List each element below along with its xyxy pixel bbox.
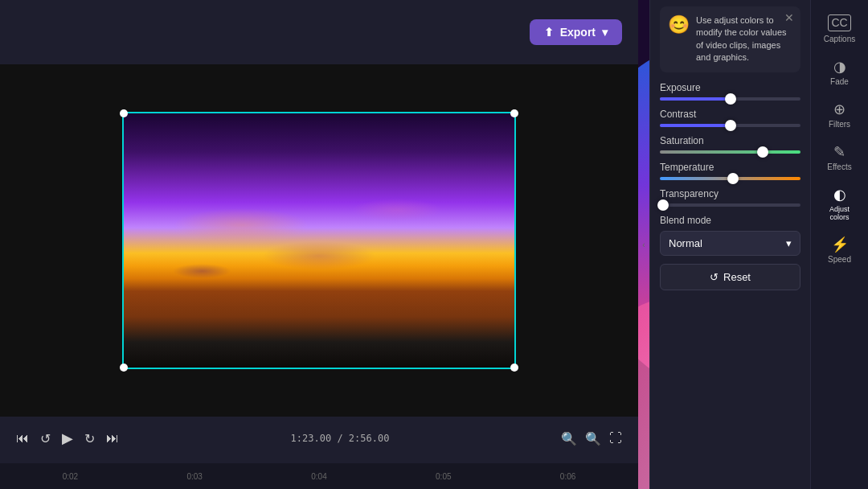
adjust-icon: ◐ [833,187,846,202]
expand-handle[interactable]: ‹ [638,0,649,489]
contrast-fill [660,124,731,127]
control-buttons: ⏮ ↺ ▶ ↻ ⏭ [16,429,119,447]
resize-handle-tr[interactable] [510,109,518,117]
timeline-markers: 0:02 0:03 0:04 0:05 0:06 [0,472,638,481]
saturation-thumb[interactable] [757,146,768,158]
time-separator: / [337,433,348,444]
timeline-marker-0: 0:02 [8,472,133,481]
fade-icon: ◑ [833,60,846,74]
transparency-thumb[interactable] [657,199,669,211]
reset-icon: ↺ [710,271,719,283]
adjust-label: Adjustcolors [829,205,850,221]
temperature-label: Temperature [660,162,800,173]
sidebar-item-filters[interactable]: ⊕ Filters [811,94,868,137]
sidebar-item-speed[interactable]: ⚡ Speed [811,229,868,272]
filters-icon: ⊕ [833,102,845,117]
video-clouds-overlay [124,164,514,317]
time-display: 1:23.00 / 2:56.00 [291,433,390,444]
info-box: 😊 Use adjust colors to modify the color … [660,6,800,72]
timeline-marker-4: 0:06 [506,472,630,481]
blend-mode-label: Blend mode [660,215,800,226]
right-section: ‹ 😊 Use adjust colors to modify the colo… [638,0,868,489]
export-chevron-icon: ▾ [602,26,608,39]
fade-label: Fade [830,77,849,86]
contrast-slider[interactable] [660,124,800,127]
captions-icon: CC [828,14,850,31]
export-upload-icon: ⬆ [544,26,554,39]
timeline-marker-3: 0:05 [381,472,506,481]
controls-row: ⏮ ↺ ▶ ↻ ⏭ 1:23.00 / 2:56.00 🔍 🔍 ⛶ [0,429,638,447]
exposure-label: Exposure [660,82,800,93]
playback-controls: ⏮ ↺ ▶ ↻ ⏭ 1:23.00 / 2:56.00 🔍 🔍 ⛶ [0,417,638,463]
blend-mode-select[interactable]: Normal ▾ [660,231,800,256]
info-close-button[interactable]: ✕ [784,11,794,24]
sidebar-item-adjust[interactable]: ◐ Adjustcolors [811,179,868,229]
sidebar-item-effects[interactable]: ✎ Effects [811,137,868,179]
export-label: Export [560,26,596,39]
video-area: ⬆ Export ▾ ⏮ ↺ [0,0,638,489]
exposure-section: Exposure [660,82,800,101]
timeline[interactable]: 0:02 0:03 0:04 0:05 0:06 [0,463,638,489]
sidebar-item-fade[interactable]: ◑ Fade [811,51,868,94]
adjust-panel: 😊 Use adjust colors to modify the color … [649,0,810,489]
transparency-slider[interactable] [660,203,800,207]
icon-sidebar: CC Captions ◑ Fade ⊕ Filters ✎ Effects ◐… [810,0,868,489]
fullscreen-button[interactable]: ⛶ [609,431,622,446]
contrast-thumb[interactable] [725,120,736,131]
forward-button[interactable]: ↻ [84,431,95,446]
exposure-slider[interactable] [660,97,800,101]
contrast-section: Contrast [660,109,800,127]
exposure-fill [660,97,731,101]
zoom-out-button[interactable]: 🔍 [585,431,601,446]
skip-back-button[interactable]: ⏮ [16,431,29,446]
main-container: ⬆ Export ▾ ⏮ ↺ [0,0,868,489]
view-controls: 🔍 🔍 ⛶ [561,431,622,446]
blend-mode-value: Normal [669,237,702,249]
captions-label: Captions [824,35,855,43]
blend-mode-chevron: ▾ [786,237,792,249]
speed-label: Speed [828,255,851,264]
temperature-section: Temperature [660,162,800,180]
transparency-label: Transparency [660,188,800,199]
video-thumbnail [124,113,514,368]
saturation-slider[interactable] [660,150,800,154]
export-button[interactable]: ⬆ Export ▾ [530,19,622,45]
video-preview [0,64,638,417]
info-emoji: 😊 [668,14,690,35]
saturation-section: Saturation [660,135,800,154]
reset-button[interactable]: ↺ Reset [660,264,800,290]
temperature-thumb[interactable] [727,173,739,184]
timeline-marker-1: 0:03 [133,472,257,481]
info-text: Use adjust colors to modify the color va… [696,14,792,64]
saturation-label: Saturation [660,135,800,146]
effects-label: Effects [827,162,851,171]
zoom-in-button[interactable]: 🔍 [561,431,577,446]
temperature-slider[interactable] [660,177,800,180]
speed-icon: ⚡ [831,237,849,252]
current-time: 1:23.00 [291,433,332,444]
resize-handle-br[interactable] [510,364,518,372]
filters-label: Filters [829,120,850,129]
total-time: 2:56.00 [349,433,390,444]
reset-label: Reset [723,271,751,283]
play-button[interactable]: ▶ [62,429,73,447]
blend-mode-section: Blend mode Normal ▾ [660,215,800,256]
transparency-section: Transparency [660,188,800,207]
video-frame [122,112,516,369]
exposure-thumb[interactable] [725,93,736,105]
contrast-label: Contrast [660,109,800,120]
resize-handle-bl[interactable] [120,364,128,372]
effects-icon: ✎ [833,145,845,159]
sidebar-item-captions[interactable]: CC Captions [811,6,868,51]
top-bar: ⬆ Export ▾ [0,0,638,64]
skip-forward-button[interactable]: ⏭ [106,431,119,446]
rewind-button[interactable]: ↺ [40,431,51,446]
timeline-marker-2: 0:04 [257,472,382,481]
resize-handle-tl[interactable] [120,109,128,117]
